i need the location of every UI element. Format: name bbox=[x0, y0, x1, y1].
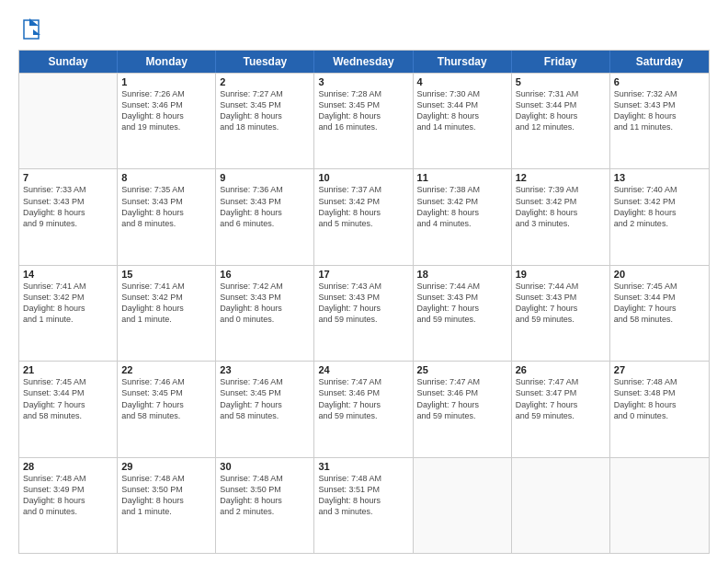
day-number: 25 bbox=[417, 364, 507, 375]
svg-marker-2 bbox=[33, 29, 40, 35]
cell-line: and 8 minutes. bbox=[121, 218, 211, 229]
day-number: 18 bbox=[417, 269, 507, 280]
cal-week-1: 7Sunrise: 7:33 AMSunset: 3:43 PMDaylight… bbox=[19, 168, 709, 264]
day-number: 28 bbox=[23, 461, 113, 472]
cell-line: and 11 minutes. bbox=[614, 121, 705, 132]
cal-cell: 18Sunrise: 7:44 AMSunset: 3:43 PMDayligh… bbox=[414, 266, 512, 361]
cell-line: Sunrise: 7:44 AM bbox=[516, 281, 606, 292]
cell-line: Sunset: 3:42 PM bbox=[417, 196, 507, 207]
cell-line: Daylight: 8 hours bbox=[121, 495, 211, 506]
cell-line: Sunrise: 7:26 AM bbox=[121, 88, 211, 99]
cal-week-4: 28Sunrise: 7:48 AMSunset: 3:49 PMDayligh… bbox=[19, 457, 709, 553]
cell-line: Daylight: 7 hours bbox=[614, 303, 705, 314]
cell-line: Daylight: 7 hours bbox=[318, 399, 408, 410]
logo-icon bbox=[20, 17, 40, 42]
cell-line: and 2 minutes. bbox=[614, 218, 705, 229]
cell-line: Sunset: 3:51 PM bbox=[318, 484, 408, 495]
cell-line: and 0 minutes. bbox=[614, 410, 705, 421]
cal-cell: 29Sunrise: 7:48 AMSunset: 3:50 PMDayligh… bbox=[118, 458, 216, 553]
cal-cell: 14Sunrise: 7:41 AMSunset: 3:42 PMDayligh… bbox=[19, 266, 118, 361]
cell-line: and 59 minutes. bbox=[417, 410, 507, 421]
cal-cell bbox=[512, 458, 610, 553]
cell-line: Sunset: 3:43 PM bbox=[417, 292, 507, 303]
day-number: 14 bbox=[23, 269, 113, 280]
cell-line: and 16 minutes. bbox=[318, 121, 408, 132]
cell-line: and 1 minute. bbox=[121, 506, 211, 517]
header bbox=[18, 17, 710, 42]
cell-line: Sunset: 3:47 PM bbox=[516, 387, 606, 398]
cal-cell: 25Sunrise: 7:47 AMSunset: 3:46 PMDayligh… bbox=[414, 362, 512, 456]
cell-line: Sunrise: 7:27 AM bbox=[220, 88, 310, 99]
cell-line: Daylight: 7 hours bbox=[318, 303, 408, 314]
cal-cell: 26Sunrise: 7:47 AMSunset: 3:47 PMDayligh… bbox=[512, 362, 610, 456]
cal-cell bbox=[414, 458, 512, 553]
cell-line: Sunrise: 7:46 AM bbox=[121, 376, 211, 387]
day-number: 7 bbox=[23, 172, 113, 183]
cell-line: Sunrise: 7:28 AM bbox=[318, 88, 408, 99]
day-number: 29 bbox=[121, 461, 211, 472]
day-number: 30 bbox=[220, 461, 310, 472]
cal-header-thursday: Thursday bbox=[414, 51, 512, 73]
cell-line: Daylight: 8 hours bbox=[121, 207, 211, 218]
cell-line: Daylight: 8 hours bbox=[220, 207, 310, 218]
day-number: 16 bbox=[220, 269, 310, 280]
cell-line: Sunrise: 7:44 AM bbox=[417, 281, 507, 292]
cell-line: Daylight: 8 hours bbox=[121, 303, 211, 314]
cal-cell: 24Sunrise: 7:47 AMSunset: 3:46 PMDayligh… bbox=[314, 362, 413, 456]
day-number: 4 bbox=[417, 76, 507, 87]
cell-line: Daylight: 8 hours bbox=[220, 495, 310, 506]
cell-line: Sunrise: 7:41 AM bbox=[23, 281, 113, 292]
day-number: 9 bbox=[220, 172, 310, 183]
cell-line: Sunrise: 7:31 AM bbox=[516, 88, 606, 99]
cell-line: Daylight: 7 hours bbox=[516, 303, 606, 314]
cell-line: Sunrise: 7:38 AM bbox=[417, 184, 507, 195]
cell-line: Sunset: 3:50 PM bbox=[121, 484, 211, 495]
day-number: 23 bbox=[220, 364, 310, 375]
cal-cell: 6Sunrise: 7:32 AMSunset: 3:43 PMDaylight… bbox=[610, 74, 709, 168]
cell-line: Sunrise: 7:47 AM bbox=[516, 376, 606, 387]
page: SundayMondayTuesdayWednesdayThursdayFrid… bbox=[0, 0, 728, 563]
cal-cell: 28Sunrise: 7:48 AMSunset: 3:49 PMDayligh… bbox=[19, 458, 118, 553]
cell-line: Daylight: 8 hours bbox=[220, 303, 310, 314]
cell-line: Daylight: 7 hours bbox=[516, 399, 606, 410]
cell-line: Sunrise: 7:45 AM bbox=[23, 376, 113, 387]
day-number: 2 bbox=[220, 76, 310, 87]
cell-line: Sunrise: 7:48 AM bbox=[614, 376, 705, 387]
cal-cell: 16Sunrise: 7:42 AMSunset: 3:43 PMDayligh… bbox=[216, 266, 314, 361]
cell-line: and 59 minutes. bbox=[417, 314, 507, 325]
cell-line: and 14 minutes. bbox=[417, 121, 507, 132]
cell-line: Sunrise: 7:48 AM bbox=[23, 473, 113, 484]
cell-line: Daylight: 8 hours bbox=[121, 110, 211, 121]
cell-line: Daylight: 8 hours bbox=[318, 110, 408, 121]
calendar: SundayMondayTuesdayWednesdayThursdayFrid… bbox=[18, 50, 710, 554]
cell-line: Sunrise: 7:46 AM bbox=[220, 376, 310, 387]
cell-line: Daylight: 8 hours bbox=[417, 110, 507, 121]
cell-line: Daylight: 8 hours bbox=[220, 110, 310, 121]
cal-cell: 21Sunrise: 7:45 AMSunset: 3:44 PMDayligh… bbox=[19, 362, 118, 456]
cell-line: Daylight: 7 hours bbox=[417, 399, 507, 410]
cal-week-2: 14Sunrise: 7:41 AMSunset: 3:42 PMDayligh… bbox=[19, 265, 709, 361]
day-number: 6 bbox=[614, 76, 705, 87]
cell-line: Sunset: 3:46 PM bbox=[121, 99, 211, 110]
cell-line: and 4 minutes. bbox=[417, 218, 507, 229]
cal-cell: 23Sunrise: 7:46 AMSunset: 3:45 PMDayligh… bbox=[216, 362, 314, 456]
cell-line: Sunset: 3:42 PM bbox=[121, 292, 211, 303]
day-number: 19 bbox=[516, 269, 606, 280]
day-number: 31 bbox=[318, 461, 408, 472]
cell-line: Sunset: 3:45 PM bbox=[318, 99, 408, 110]
cal-header-sunday: Sunday bbox=[19, 51, 118, 73]
cal-cell: 30Sunrise: 7:48 AMSunset: 3:50 PMDayligh… bbox=[216, 458, 314, 553]
cell-line: Sunset: 3:49 PM bbox=[23, 484, 113, 495]
cal-cell: 13Sunrise: 7:40 AMSunset: 3:42 PMDayligh… bbox=[610, 169, 709, 264]
cell-line: Sunset: 3:42 PM bbox=[23, 292, 113, 303]
cal-cell bbox=[610, 458, 709, 553]
cell-line: and 1 minute. bbox=[23, 314, 113, 325]
cal-cell: 7Sunrise: 7:33 AMSunset: 3:43 PMDaylight… bbox=[19, 169, 118, 264]
cal-cell: 22Sunrise: 7:46 AMSunset: 3:45 PMDayligh… bbox=[118, 362, 216, 456]
cell-line: Sunset: 3:44 PM bbox=[23, 387, 113, 398]
cell-line: Sunset: 3:50 PM bbox=[220, 484, 310, 495]
cell-line: and 59 minutes. bbox=[516, 410, 606, 421]
cell-line: Sunset: 3:48 PM bbox=[614, 387, 705, 398]
cal-cell: 19Sunrise: 7:44 AMSunset: 3:43 PMDayligh… bbox=[512, 266, 610, 361]
cell-line: Sunrise: 7:40 AM bbox=[614, 184, 705, 195]
